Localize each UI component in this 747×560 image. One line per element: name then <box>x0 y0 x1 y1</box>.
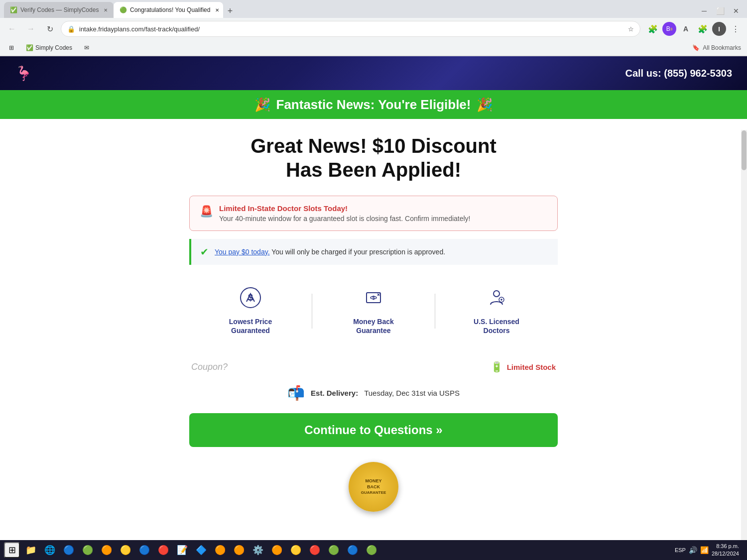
tab1-label: Verify Codes — SimplyCodes <box>20 6 99 13</box>
badge-doctors-label: U.S. LicensedDoctors <box>474 317 519 335</box>
refresh-button[interactable]: ↻ <box>42 21 58 37</box>
forward-button[interactable]: → <box>23 21 39 37</box>
translate-icon[interactable]: A <box>678 21 693 36</box>
tab-congratulations[interactable]: 🟢 Congratulations! You Qualified ✕ <box>114 2 223 18</box>
badge-doctors: U.S. LicensedDoctors <box>435 282 558 340</box>
menu-button[interactable]: ⋮ <box>728 21 743 36</box>
taskbar-app-17[interactable]: 🟢 <box>325 541 343 559</box>
taskbar-app-12[interactable]: 🟠 <box>230 541 248 559</box>
taskbar-app-explorer[interactable]: 📁 <box>22 541 40 559</box>
top-banner: 🦩 Call us: (855) 962-5303 <box>0 56 747 90</box>
taskbar-app-14[interactable]: 🟠 <box>268 541 286 559</box>
doctors-icon <box>486 287 507 313</box>
taskbar-app-7[interactable]: 🔵 <box>135 541 153 559</box>
start-button[interactable]: ⊞ <box>4 542 20 558</box>
green-banner-text: Fantastic News: You're Eligible! <box>276 97 471 112</box>
cta-button[interactable]: Continue to Questions » <box>189 413 558 447</box>
badge-lowest-price: $ Lowest PriceGuaranteed <box>189 282 312 340</box>
taskbar-app-19[interactable]: 🟢 <box>363 541 380 559</box>
bookmarks-right[interactable]: 🔖 All Bookmarks <box>692 44 741 51</box>
minimize-button[interactable]: ─ <box>697 4 711 18</box>
main-title-line2: Has Been Applied! <box>286 159 461 181</box>
taskbar-app-18[interactable]: 🔵 <box>344 541 362 559</box>
call-us-text: Call us: (855) 962-5303 <box>625 68 732 79</box>
taskbar-app-4[interactable]: 🟢 <box>79 541 97 559</box>
scrollbar[interactable] <box>741 130 747 560</box>
scrollbar-thumb[interactable] <box>742 130 747 170</box>
tab1-favicon: ✅ <box>10 6 17 13</box>
battery-icon: 🔋 <box>491 361 503 373</box>
info-box: ✔ You pay $0 today. You will only be cha… <box>189 239 558 265</box>
bookmarks-bar: ⊞ ✅ Simply Codes ✉ 🔖 All Bookmarks <box>0 40 747 56</box>
taskbar-app-6[interactable]: 🟡 <box>117 541 134 559</box>
taskbar-app-chrome[interactable]: 🌐 <box>41 541 59 559</box>
green-banner: 🎉 Fantastic News: You're Eligible! 🎉 <box>0 90 747 119</box>
all-bookmarks-label: All Bookmarks <box>703 44 741 51</box>
info-rest: You will only be charged if your prescri… <box>270 248 446 256</box>
tab2-favicon: 🟢 <box>120 6 127 13</box>
back-button[interactable]: ← <box>4 21 20 37</box>
tab-verify-codes[interactable]: ✅ Verify Codes — SimplyCodes ✕ <box>4 2 114 18</box>
bookmark-simplycodes[interactable]: ✅ Simply Codes <box>23 43 75 52</box>
address-bar[interactable]: 🔒 intake.fridayplans.com/fast-track/qual… <box>61 21 640 37</box>
main-content: Great News! $10 Discount Has Been Applie… <box>179 119 568 523</box>
money-back-icon: $ <box>363 287 384 313</box>
alert-box: 🚨 Limited In-State Doctor Slots Today! Y… <box>189 196 558 231</box>
taskbar-app-15[interactable]: 🟡 <box>287 541 305 559</box>
tab2-close[interactable]: ✕ <box>215 6 219 14</box>
network-icon[interactable]: 📶 <box>700 546 709 554</box>
bookmark-gmail[interactable]: ✉ <box>81 43 92 52</box>
delivery-row: 📬 Est. Delivery: Tuesday, Dec 31st via U… <box>189 385 558 401</box>
volume-icon[interactable]: 🔊 <box>689 546 697 554</box>
star-icon[interactable]: ☆ <box>628 25 634 33</box>
alert-title: Limited In-State Doctor Slots Today! <box>219 204 471 213</box>
trust-badges: $ Lowest PriceGuaranteed $ <box>189 277 558 345</box>
extension-icon-1[interactable]: 🧩 <box>645 21 660 36</box>
pay-zero-link[interactable]: You pay $0 today. <box>215 248 270 256</box>
coupon-placeholder[interactable]: Coupon? <box>191 362 228 372</box>
main-title: Great News! $10 Discount Has Been Applie… <box>189 134 558 182</box>
taskbar-lang: ESP <box>675 547 686 553</box>
close-button[interactable]: ✕ <box>729 4 743 18</box>
seal-area: MONEY BACK GUARANTEE <box>189 462 558 512</box>
alert-body: Your 40-minute window for a guaranteed s… <box>219 215 471 223</box>
taskbar-app-5[interactable]: 🟠 <box>98 541 116 559</box>
taskbar-app-11[interactable]: 🟠 <box>211 541 229 559</box>
delivery-label: Est. Delivery: <box>311 389 358 397</box>
tab1-close[interactable]: ✕ <box>104 6 108 14</box>
page-content: 🦩 Call us: (855) 962-5303 🎉 Fantastic Ne… <box>0 56 747 523</box>
lock-icon: 🔒 <box>67 25 75 33</box>
flamingo-logo: 🦩 <box>15 65 32 82</box>
taskbar-time: 8:36 p.m. 28/12/2024 <box>712 543 739 558</box>
url-text: intake.fridayplans.com/fast-track/qualif… <box>79 25 624 33</box>
extension-icon-2[interactable]: B3 <box>662 22 676 36</box>
extensions-button[interactable]: 🧩 <box>695 21 710 36</box>
gmail-favicon: ✉ <box>84 44 89 51</box>
taskbar-app-10[interactable]: 🔷 <box>192 541 210 559</box>
taskbar-app-8[interactable]: 🔴 <box>154 541 172 559</box>
time-text: 8:36 p.m. <box>712 543 739 550</box>
taskbar-app-3[interactable]: 🔵 <box>60 541 78 559</box>
all-bookmarks-icon: 🔖 <box>692 44 700 51</box>
new-tab-button[interactable]: + <box>223 4 237 18</box>
taskbar-app-16[interactable]: 🔴 <box>306 541 324 559</box>
taskbar-apps: 📁 🌐 🔵 🟢 🟠 🟡 🔵 🔴 📝 🔷 🟠 🟠 ⚙️ 🟠 🟡 🔴 🟢 🔵 🟢 <box>22 541 673 559</box>
taskbar-app-9[interactable]: 📝 <box>173 541 191 559</box>
badge-money-back-label: Money BackGuarantee <box>353 317 394 335</box>
tabs-bar: ✅ Verify Codes — SimplyCodes ✕ 🟢 Congrat… <box>0 0 747 18</box>
party-right-icon: 🎉 <box>477 97 493 112</box>
limited-stock-label: Limited Stock <box>507 363 556 371</box>
badge-money-back: $ Money BackGuarantee <box>312 282 435 340</box>
svg-text:$: $ <box>372 295 375 301</box>
simplycodes-label: Simply Codes <box>35 44 72 51</box>
address-bar-row: ← → ↻ 🔒 intake.fridayplans.com/fast-trac… <box>0 18 747 40</box>
coupon-row: Coupon? 🔋 Limited Stock <box>189 357 558 377</box>
usps-icon: 📬 <box>287 385 305 401</box>
maximize-button[interactable]: ⬜ <box>713 4 727 18</box>
svg-point-4 <box>494 291 499 297</box>
simplycodes-favicon: ✅ <box>26 44 33 51</box>
toolbar-icons: 🧩 B3 A 🧩 I ⋮ <box>645 21 743 36</box>
bookmark-apps[interactable]: ⊞ <box>6 43 17 52</box>
profile-avatar[interactable]: I <box>712 22 726 36</box>
taskbar-app-13[interactable]: ⚙️ <box>249 541 267 559</box>
